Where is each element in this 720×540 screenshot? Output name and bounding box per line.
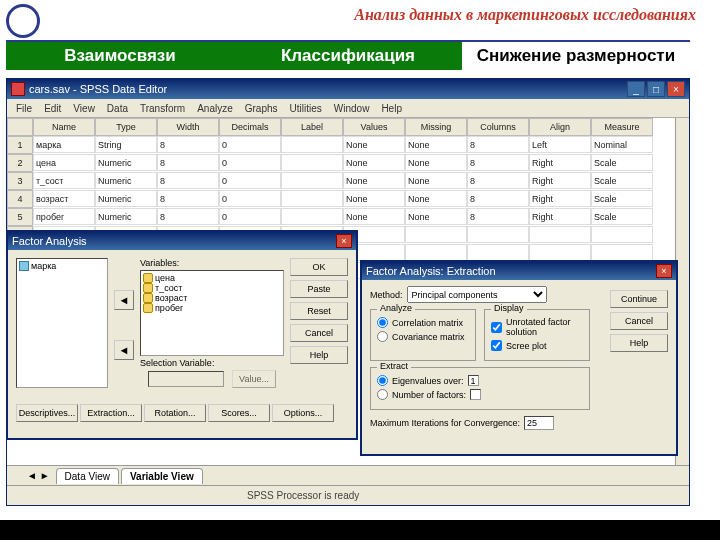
tab-variable-view[interactable]: Variable View — [121, 468, 203, 484]
menu-analyze[interactable]: Analyze — [192, 102, 238, 115]
menu-window[interactable]: Window — [329, 102, 375, 115]
slide-title: Анализ данных в маркетинговых исследован… — [354, 6, 696, 24]
selection-variable-field[interactable] — [148, 371, 224, 387]
continue-button[interactable]: Continue — [610, 290, 668, 308]
reset-button[interactable]: Reset — [290, 302, 348, 320]
menu-bar: File Edit View Data Transform Analyze Gr… — [7, 99, 689, 117]
logo-icon — [6, 4, 40, 38]
paste-button[interactable]: Paste — [290, 280, 348, 298]
menu-help[interactable]: Help — [376, 102, 407, 115]
ok-button[interactable]: OK — [290, 258, 348, 276]
col-decimals[interactable]: Decimals — [219, 118, 281, 136]
selection-variable-label: Selection Variable: — [140, 358, 284, 368]
covariance-radio[interactable] — [377, 331, 388, 342]
col-missing[interactable]: Missing — [405, 118, 467, 136]
col-align[interactable]: Align — [529, 118, 591, 136]
move-selection-button[interactable]: ◄ — [114, 340, 134, 360]
scores-button[interactable]: Scores... — [208, 404, 270, 422]
maxiter-field[interactable] — [524, 416, 554, 430]
analyze-group: Analyze Correlation matrix Covariance ma… — [370, 309, 476, 361]
fa-source-list[interactable]: марка — [16, 258, 108, 388]
move-variable-button[interactable]: ◄ — [114, 290, 134, 310]
menu-edit[interactable]: Edit — [39, 102, 66, 115]
value-button[interactable]: Value... — [232, 370, 276, 388]
options-button[interactable]: Options... — [272, 404, 334, 422]
col-measure[interactable]: Measure — [591, 118, 653, 136]
display-group: Display Unrotated factor solution Scree … — [484, 309, 590, 361]
method-label: Method: — [370, 290, 403, 300]
variables-label: Variables: — [140, 258, 284, 268]
extraction-dialog: Factor Analysis: Extraction × Method: Pr… — [360, 260, 678, 456]
fa-variables-list[interactable]: цена т_сост возраст пробег — [140, 270, 284, 356]
fa-dialog-title: Factor Analysis — [12, 235, 336, 247]
minimize-button[interactable]: _ — [627, 81, 645, 97]
tab-data-view[interactable]: Data View — [56, 468, 119, 484]
ext-help-button[interactable]: Help — [610, 334, 668, 352]
view-tabs: ◄ ► Data View Variable View — [7, 465, 689, 485]
scree-checkbox[interactable] — [491, 340, 502, 351]
menu-data[interactable]: Data — [102, 102, 133, 115]
menu-view[interactable]: View — [68, 102, 100, 115]
tab-classification: Классификация — [234, 42, 462, 70]
menu-utilities[interactable]: Utilities — [285, 102, 327, 115]
correlation-radio[interactable] — [377, 317, 388, 328]
cancel-button[interactable]: Cancel — [290, 324, 348, 342]
col-width[interactable]: Width — [157, 118, 219, 136]
menu-file[interactable]: File — [11, 102, 37, 115]
slide-tabs: Взаимосвязи Классификация Снижение разме… — [6, 42, 690, 70]
scale-var-icon — [143, 283, 153, 293]
eigenvalues-field[interactable] — [468, 375, 479, 386]
scale-var-icon — [143, 273, 153, 283]
col-columns[interactable]: Columns — [467, 118, 529, 136]
method-select[interactable]: Principal components — [407, 286, 547, 303]
string-var-icon — [19, 261, 29, 271]
help-button[interactable]: Help — [290, 346, 348, 364]
unrotated-checkbox[interactable] — [491, 322, 502, 333]
menu-graphs[interactable]: Graphs — [240, 102, 283, 115]
spss-title: cars.sav - SPSS Data Editor — [29, 83, 623, 95]
extraction-button[interactable]: Extraction... — [80, 404, 142, 422]
tab-relations: Взаимосвязи — [6, 42, 234, 70]
eigenvalues-radio[interactable] — [377, 375, 388, 386]
menu-transform[interactable]: Transform — [135, 102, 190, 115]
col-name[interactable]: Name — [33, 118, 95, 136]
status-text: SPSS Processor is ready — [247, 490, 359, 501]
descriptives-button[interactable]: Descriptives... — [16, 404, 78, 422]
scale-var-icon — [143, 293, 153, 303]
numfactors-radio[interactable] — [377, 389, 388, 400]
col-type[interactable]: Type — [95, 118, 157, 136]
extract-group: Extract Eigenvalues over: Number of fact… — [370, 367, 590, 410]
maxiter-label: Maximum Iterations for Convergence: — [370, 418, 520, 428]
ext-close-button[interactable]: × — [656, 264, 672, 278]
col-label[interactable]: Label — [281, 118, 343, 136]
close-button[interactable]: × — [667, 81, 685, 97]
tab-dimensionality: Снижение размерности — [462, 42, 690, 70]
spss-titlebar: cars.sav - SPSS Data Editor _ □ × — [7, 79, 689, 99]
ext-cancel-button[interactable]: Cancel — [610, 312, 668, 330]
factor-analysis-dialog: Factor Analysis × марка ◄ ◄ Variables: ц… — [6, 230, 358, 440]
col-values[interactable]: Values — [343, 118, 405, 136]
spss-app-icon — [11, 82, 25, 96]
fa-close-button[interactable]: × — [336, 234, 352, 248]
numfactors-field[interactable] — [470, 389, 481, 400]
ext-dialog-title: Factor Analysis: Extraction — [366, 265, 656, 277]
status-bar: SPSS Processor is ready — [7, 485, 689, 505]
rotation-button[interactable]: Rotation... — [144, 404, 206, 422]
maximize-button[interactable]: □ — [647, 81, 665, 97]
scale-var-icon — [143, 303, 153, 313]
